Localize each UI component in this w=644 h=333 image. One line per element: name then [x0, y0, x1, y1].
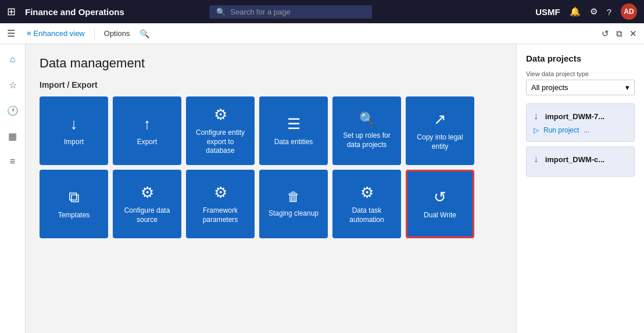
avatar[interactable]: AD [621, 3, 637, 20]
sidebar-item-home[interactable]: ⌂ [2, 49, 23, 70]
section-title: Import / Export [40, 80, 502, 89]
templates-label: Templates [58, 211, 90, 220]
search-bar: 🔍 [209, 5, 372, 19]
data-entities-icon: ☰ [287, 115, 300, 133]
toolbar-separator [94, 28, 95, 40]
data-entities-label: Data entities [274, 138, 313, 147]
tile-data-task-automation[interactable]: ⚙ Data task automation [332, 170, 401, 238]
project-type-select[interactable]: All projects ▾ [526, 80, 635, 95]
run-project-icon-1: ▷ [534, 126, 539, 134]
tile-import[interactable]: ↓ Import [40, 96, 108, 165]
content-area: Data management Import / Export ↓ Import… [26, 44, 516, 333]
app-title: Finance and Operations [25, 7, 124, 17]
project-type-label: View data project type [526, 70, 635, 77]
project-card-2: ↓ import_DWM-c... [526, 146, 635, 177]
tile-configure-entity-export[interactable]: ⚙ Configure entity export to database [186, 96, 255, 165]
enhanced-view-button[interactable]: ≡ Enhanced view [22, 27, 90, 40]
import-label: Import [64, 138, 84, 147]
dual-write-label: Dual Write [424, 211, 456, 220]
staging-cleanup-label: Staging cleanup [269, 209, 319, 219]
menu-icon[interactable]: ☰ [7, 28, 15, 39]
set-up-roles-label: Set up roles for data projects [338, 131, 395, 149]
export-label: Export [137, 138, 158, 147]
toolbar: ☰ ≡ Enhanced view Options 🔍 ↺ ⧉ ✕ [0, 23, 644, 44]
enhanced-view-label: Enhanced view [34, 29, 85, 38]
refresh-icon[interactable]: ↺ [602, 28, 609, 39]
tile-set-up-roles[interactable]: 🔍 Set up roles for data projects [332, 96, 401, 165]
import-icon: ↓ [70, 115, 78, 133]
export-icon: ↑ [144, 115, 151, 133]
select-value: All projects [531, 83, 568, 92]
help-icon[interactable]: ? [607, 7, 611, 17]
sidebar-item-favorites[interactable]: ☆ [2, 74, 23, 95]
toolbar-right-actions: ↺ ⧉ ✕ [602, 28, 637, 39]
sidebar: ⌂ ☆ 🕐 ▦ ≡ [0, 44, 26, 333]
data-task-automation-label: Data task automation [338, 206, 395, 224]
tile-export[interactable]: ↑ Export [113, 96, 181, 165]
tile-dual-write[interactable]: ↺ Dual Write [406, 170, 474, 238]
data-task-automation-icon: ⚙ [360, 184, 374, 202]
bell-icon[interactable]: 🔔 [570, 6, 581, 17]
tile-templates[interactable]: ⧉ Templates [40, 170, 108, 238]
tile-data-entities[interactable]: ☰ Data entities [259, 96, 328, 165]
staging-cleanup-icon: 🗑 [287, 189, 300, 205]
tile-configure-data-source[interactable]: ⚙ Configure data source [113, 170, 181, 238]
enhanced-view-icon: ≡ [27, 29, 31, 38]
page-title: Data management [40, 56, 502, 71]
copy-into-legal-entity-icon: ↗ [434, 110, 446, 128]
copy-into-legal-entity-label: Copy into legal entity [412, 133, 468, 151]
set-up-roles-icon: 🔍 [359, 112, 375, 127]
project-card-1: ↓ import_DWM-7... ▷ Run project ... [526, 103, 635, 142]
grid-icon[interactable]: ⊞ [7, 5, 16, 18]
run-project-button-1[interactable]: Run project [543, 126, 579, 134]
panel-title: Data projects [526, 53, 635, 63]
top-bar: ⊞ Finance and Operations 🔍 USMF 🔔 ⚙ ? AD [0, 0, 644, 23]
templates-icon: ⧉ [69, 188, 80, 206]
project-download-icon-2: ↓ [534, 154, 538, 164]
more-options-button-1[interactable]: ... [584, 126, 589, 134]
search-icon: 🔍 [216, 8, 226, 16]
org-code: USMF [535, 7, 560, 17]
project-actions-1: ▷ Run project ... [534, 126, 627, 134]
close-icon[interactable]: ✕ [629, 28, 637, 39]
restore-icon[interactable]: ⧉ [616, 28, 622, 39]
framework-parameters-icon: ⚙ [214, 184, 227, 202]
toolbar-search-icon[interactable]: 🔍 [139, 29, 149, 38]
top-right-icons: USMF 🔔 ⚙ ? AD [535, 3, 637, 20]
dual-write-icon: ↺ [434, 188, 446, 206]
tile-copy-into-legal-entity[interactable]: ↗ Copy into legal entity [406, 96, 474, 165]
configure-entity-export-icon: ⚙ [214, 106, 227, 124]
sidebar-item-recent[interactable]: 🕐 [2, 100, 23, 121]
configure-data-source-label: Configure data source [119, 206, 176, 224]
tile-framework-parameters[interactable]: ⚙ Framework parameters [186, 170, 255, 238]
project-name-1: ↓ import_DWM-7... [534, 111, 627, 121]
search-input[interactable] [230, 8, 358, 16]
project-download-icon-1: ↓ [534, 111, 538, 121]
project-name-2: ↓ import_DWM-c... [534, 154, 627, 164]
chevron-down-icon: ▾ [625, 83, 629, 92]
sidebar-item-workspaces[interactable]: ▦ [2, 126, 23, 146]
framework-parameters-label: Framework parameters [192, 206, 249, 224]
tile-grid: ↓ Import ↑ Export ⚙ Configure entity exp… [40, 96, 502, 238]
tile-staging-cleanup[interactable]: 🗑 Staging cleanup [259, 170, 328, 238]
configure-data-source-icon: ⚙ [141, 184, 154, 202]
sidebar-item-modules[interactable]: ≡ [2, 151, 23, 172]
main-layout: ⌂ ☆ 🕐 ▦ ≡ Data management Import / Expor… [0, 44, 644, 333]
right-panel: Data projects View data project type All… [516, 44, 644, 333]
configure-entity-export-label: Configure entity export to database [192, 128, 249, 156]
options-button[interactable]: Options [99, 27, 135, 40]
gear-icon[interactable]: ⚙ [590, 6, 598, 17]
